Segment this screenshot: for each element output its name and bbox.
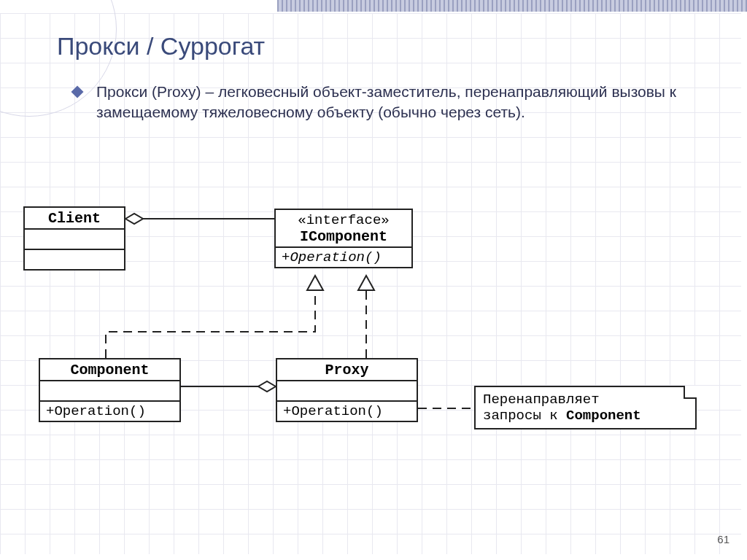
uml-component-operation: +Operation() [40,402,179,421]
uml-client-ops [25,250,124,269]
uml-class-proxy: Proxy +Operation() [276,358,418,422]
uml-interface-icomponent: «interface» IComponent +Operation() [274,209,413,268]
uml-component-attrs [40,381,179,402]
uml-diagram: Client «interface» IComponent +Operation… [0,0,747,560]
uml-note-line2-prefix: запросы к [483,408,566,424]
uml-icomponent-operation: +Operation() [276,248,411,267]
uml-client-name: Client [25,208,124,230]
uml-note: Перенаправляет запросы к Component [474,386,697,429]
uml-proxy-attrs [277,381,417,402]
note-fold-icon [684,386,697,399]
uml-icomponent-header: «interface» IComponent [276,210,411,248]
uml-icomponent-name: IComponent [300,228,387,245]
uml-note-line1: Перенаправляет [483,392,688,408]
page-number: 61 [717,533,729,545]
uml-proxy-name: Proxy [277,359,417,381]
uml-client-attrs [25,230,124,250]
uml-class-component: Component +Operation() [39,358,181,422]
uml-icomponent-stereotype: «interface» [283,212,404,228]
uml-class-client: Client [23,206,125,271]
uml-note-line2: запросы к Component [483,408,688,424]
uml-component-name: Component [40,359,179,381]
uml-proxy-operation: +Operation() [277,402,417,421]
uml-note-line2-bold: Component [566,408,641,424]
